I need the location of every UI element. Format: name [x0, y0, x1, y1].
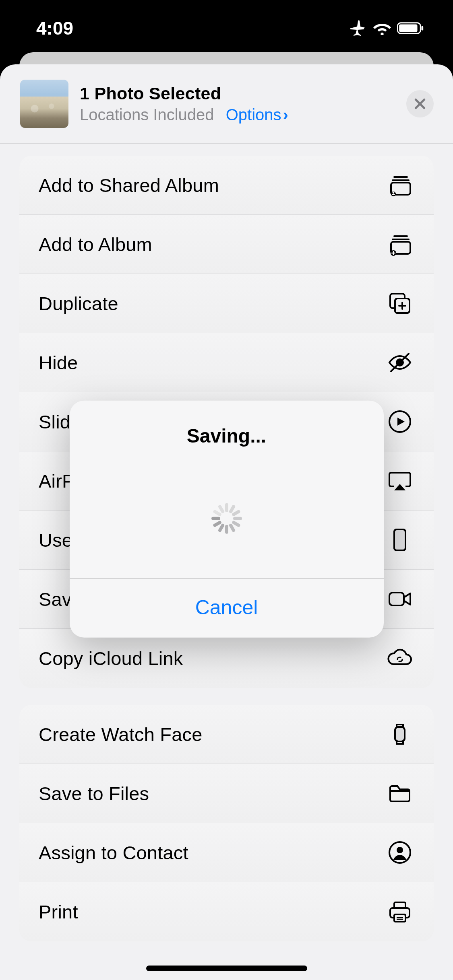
- printer-icon: [385, 898, 414, 926]
- locations-label: Locations Included: [80, 106, 214, 124]
- shared-album-icon: [385, 171, 414, 200]
- phone-icon: [385, 525, 414, 554]
- action-assign-contact[interactable]: Assign to Contact: [19, 823, 434, 882]
- svg-rect-13: [394, 529, 405, 550]
- battery-icon: [397, 21, 425, 35]
- header-text: 1 Photo Selected Locations Included Opti…: [80, 84, 406, 124]
- svg-rect-16: [395, 727, 405, 741]
- action-label: Add to Shared Album: [39, 174, 219, 196]
- action-duplicate[interactable]: Duplicate: [19, 274, 434, 333]
- play-circle-icon: [385, 407, 414, 436]
- photo-thumbnail[interactable]: [20, 80, 68, 128]
- action-copy-icloud-link[interactable]: Copy iCloud Link: [19, 629, 434, 688]
- hide-icon: [385, 348, 414, 377]
- cancel-button[interactable]: Cancel: [70, 579, 384, 637]
- svg-point-19: [397, 847, 403, 853]
- status-time: 4:09: [36, 17, 73, 39]
- action-label: Print: [39, 901, 78, 923]
- dialog-body: Saving...: [70, 401, 384, 578]
- wifi-icon: [373, 21, 391, 35]
- svg-rect-21: [394, 902, 405, 908]
- action-save-files[interactable]: Save to Files: [19, 764, 434, 823]
- watch-icon: [385, 720, 414, 749]
- saving-dialog: Saving... Cancel: [70, 401, 384, 638]
- selection-title: 1 Photo Selected: [80, 84, 406, 103]
- close-icon: [413, 97, 427, 111]
- action-label: Duplicate: [39, 292, 118, 315]
- action-add-shared-album[interactable]: Add to Shared Album: [19, 156, 434, 215]
- options-button[interactable]: Options: [226, 106, 281, 124]
- svg-rect-15: [389, 593, 404, 605]
- svg-rect-1: [399, 25, 417, 32]
- action-label: Copy iCloud Link: [39, 647, 183, 669]
- action-add-album[interactable]: Add to Album: [19, 215, 434, 274]
- action-label: Assign to Contact: [39, 842, 188, 864]
- airplane-mode-icon: [349, 19, 368, 37]
- action-hide[interactable]: Hide: [19, 333, 434, 392]
- airplay-icon: [385, 466, 414, 495]
- close-button[interactable]: [406, 90, 434, 117]
- chevron-right-icon: ›: [283, 106, 288, 124]
- status-icons: [349, 19, 425, 37]
- action-label: Save to Files: [39, 782, 149, 805]
- share-sheet-header: 1 Photo Selected Locations Included Opti…: [0, 64, 453, 144]
- home-indicator[interactable]: [146, 966, 307, 971]
- duplicate-icon: [385, 289, 414, 318]
- selection-subtitle: Locations Included Options›: [80, 106, 406, 124]
- add-album-icon: [385, 230, 414, 259]
- dialog-title: Saving...: [86, 425, 368, 447]
- action-label: Hide: [39, 352, 78, 374]
- action-group-2: Create Watch Face Save to Files Assign t…: [19, 705, 434, 941]
- status-bar: 4:09: [0, 0, 453, 56]
- spinner-icon: [211, 503, 242, 534]
- action-create-watch-face[interactable]: Create Watch Face: [19, 705, 434, 764]
- action-label: Create Watch Face: [39, 723, 203, 745]
- svg-point-5: [393, 192, 395, 194]
- action-print[interactable]: Print: [19, 882, 434, 941]
- folder-icon: [385, 779, 414, 808]
- cloud-link-icon: [385, 644, 414, 673]
- video-icon: [385, 585, 414, 614]
- svg-rect-2: [421, 26, 423, 30]
- action-label: Add to Album: [39, 233, 152, 255]
- contact-circle-icon: [385, 838, 414, 867]
